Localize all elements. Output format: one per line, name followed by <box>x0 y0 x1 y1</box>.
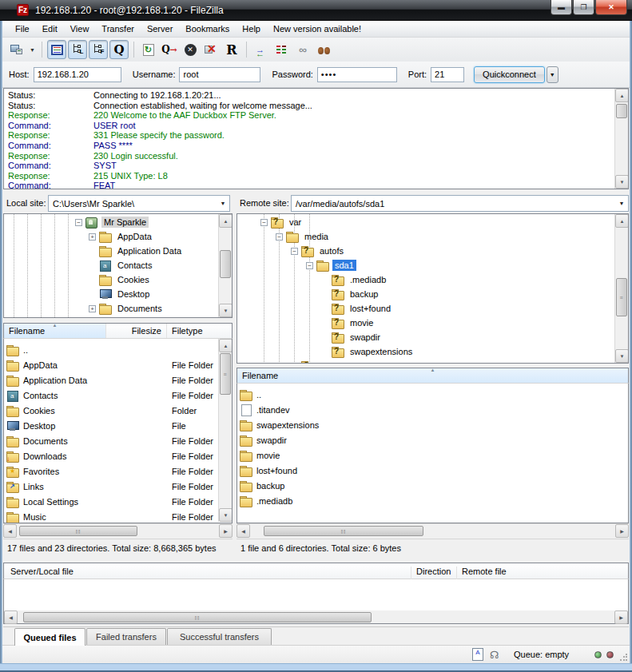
file-row-contacts[interactable]: ContactsFile Folder <box>4 388 232 403</box>
tree-item-label[interactable]: movie <box>348 317 376 328</box>
tree-item-label[interactable]: Downloads <box>115 317 163 318</box>
tree-item-label[interactable]: Documents <box>115 303 165 314</box>
file-row-desktop[interactable]: DesktopFile <box>4 418 232 433</box>
tree-item-label[interactable]: Cookies <box>115 274 152 285</box>
remote-site-combo[interactable]: /var/media/autofs/sda1 ▼ <box>291 195 629 212</box>
new-version-notice[interactable]: New version available! <box>267 22 368 35</box>
tree-item-downloads[interactable]: +↓Downloads <box>4 316 217 318</box>
minimize-button[interactable]: ▬ <box>551 0 572 15</box>
file-row-links[interactable]: ↗LinksFile Folder <box>4 479 232 494</box>
toggle-local-tree-button[interactable]: L <box>68 40 87 59</box>
local-directory-tree[interactable]: ▲ ▼ −Mr Sparkle+AppDataApplication DataC… <box>3 213 233 318</box>
tree-item-dvd[interactable]: ?dvd <box>237 359 614 364</box>
menu-file[interactable]: File <box>9 22 36 35</box>
resize-grip[interactable] <box>619 654 627 662</box>
tab-queued-files[interactable]: Queued files <box>14 628 85 646</box>
log-scrollbar[interactable]: ▲ ▼ <box>614 89 628 189</box>
tree-item-movie[interactable]: ?movie <box>237 316 614 330</box>
file-row-mediadb[interactable]: .mediadb <box>237 493 628 508</box>
remote-file-list[interactable]: ...titandevswapextensionsswapdirmovielos… <box>237 384 629 523</box>
tree-item-label[interactable]: AppData <box>115 231 154 242</box>
expand-icon[interactable]: + <box>89 233 96 241</box>
tree-item-label[interactable]: lost+found <box>348 303 393 314</box>
scroll-right-arrow[interactable]: ▶ <box>219 524 233 538</box>
column-header-filename[interactable]: ▲ Filename <box>237 368 628 383</box>
scroll-up-arrow[interactable]: ▲ <box>615 89 629 102</box>
tree-item-label[interactable]: dvd <box>317 360 336 364</box>
column-header-direction[interactable]: Direction <box>416 567 451 576</box>
file-row-backup[interactable]: backup <box>237 478 628 493</box>
expand-icon[interactable]: + <box>89 305 96 312</box>
host-input[interactable] <box>34 67 121 82</box>
log-scroll-thumb[interactable] <box>616 104 627 118</box>
toggle-remote-tree-button[interactable]: F <box>89 40 108 59</box>
collapse-icon[interactable]: − <box>291 248 298 255</box>
disconnect-button[interactable]: ✕ <box>201 40 221 59</box>
collapse-icon[interactable]: − <box>306 262 313 269</box>
collapse-icon[interactable]: − <box>75 219 82 226</box>
menu-view[interactable]: View <box>64 22 96 35</box>
scroll-right-arrow[interactable]: ▶ <box>614 610 628 624</box>
tree-item-label[interactable]: .mediadb <box>348 274 388 285</box>
file-row-documents[interactable]: DocumentsFile Folder <box>4 433 232 448</box>
file-row-swapdir[interactable]: swapdir <box>237 432 628 447</box>
file-row-item[interactable]: .. <box>4 342 232 357</box>
synchronized-browsing-button[interactable]: ∞ <box>293 40 312 59</box>
tree-item-autofs[interactable]: −?autofs <box>237 244 614 258</box>
local-tree-scroll-thumb[interactable] <box>220 250 231 278</box>
reconnect-button[interactable]: R <box>222 40 241 59</box>
column-header-filetype[interactable]: Filetype <box>167 324 232 338</box>
cancel-button[interactable]: ✕ <box>181 40 200 59</box>
file-row-downloads[interactable]: ↓DownloadsFile Folder <box>4 448 232 463</box>
file-row-local-settings[interactable]: Local SettingsFile Folder <box>4 494 232 509</box>
tree-item-label[interactable]: var <box>287 217 304 228</box>
column-header-filesize[interactable]: Filesize <box>106 324 167 338</box>
column-header-server-local-file[interactable]: Server/Local file <box>10 567 74 576</box>
transfer-queue-list[interactable] <box>3 579 629 610</box>
remote-list-hscrollbar[interactable]: ◀ ⫾⫾ ▶ <box>237 523 629 537</box>
scroll-right-arrow[interactable]: ▶ <box>615 524 629 538</box>
file-row-lost-found[interactable]: lost+found <box>237 463 628 478</box>
tree-item-backup[interactable]: ?backup <box>237 287 614 301</box>
menu-transfer[interactable]: Transfer <box>95 22 141 35</box>
remote-tree-scroll-thumb[interactable]: ≡ <box>616 278 627 316</box>
tree-item-label[interactable]: swapdir <box>348 332 383 343</box>
quickconnect-dropdown[interactable]: ▼ <box>547 66 558 83</box>
collapse-icon[interactable]: − <box>276 233 283 241</box>
file-row-appdata[interactable]: AppDataFile Folder <box>4 357 232 372</box>
tree-item-documents[interactable]: +Documents <box>4 301 217 316</box>
tree-item-label[interactable]: Desktop <box>115 288 152 300</box>
tree-item-swapdir[interactable]: ?swapdir <box>237 330 614 344</box>
remote-hscroll-thumb[interactable]: ⫾⫾ <box>264 526 423 536</box>
tree-item-label[interactable]: Contacts <box>115 260 154 271</box>
column-header-filename[interactable]: ▲ Filename <box>4 324 106 338</box>
port-input[interactable] <box>431 67 464 82</box>
tree-item-label[interactable]: swapextensions <box>348 346 415 357</box>
tree-item-label[interactable]: backup <box>348 288 380 300</box>
transfer-type-icon[interactable]: A <box>472 648 483 661</box>
file-row-item[interactable]: .. <box>237 387 628 402</box>
scroll-up-arrow[interactable]: ▲ <box>615 214 629 228</box>
scroll-down-arrow[interactable]: ▼ <box>615 349 629 363</box>
menu-server[interactable]: Server <box>141 22 179 35</box>
tab-failed-transfers[interactable]: Failed transfers <box>86 628 166 645</box>
scroll-down-arrow[interactable]: ▼ <box>219 304 233 317</box>
find-files-button[interactable] <box>314 40 333 59</box>
queue-hscrollbar[interactable]: ◀ ⫾⫾ ▶ <box>3 610 629 624</box>
menu-edit[interactable]: Edit <box>36 22 64 35</box>
close-button[interactable]: ✕ <box>595 0 627 15</box>
menu-help[interactable]: Help <box>236 22 267 35</box>
speed-limit-icon[interactable]: ☊ <box>490 649 499 661</box>
tree-item-label[interactable]: autofs <box>317 245 346 256</box>
tree-item-sda1[interactable]: −sda1 <box>237 258 614 272</box>
tree-item-label[interactable]: media <box>302 231 331 242</box>
local-list-hscrollbar[interactable]: ◀ ⫾⫾ ▶ <box>3 523 233 537</box>
tree-item-contacts[interactable]: Contacts <box>4 258 217 272</box>
tree-item-desktop[interactable]: Desktop <box>4 287 217 301</box>
password-input[interactable] <box>317 67 397 82</box>
scroll-left-arrow[interactable]: ◀ <box>4 610 18 624</box>
tree-item-label[interactable]: sda1 <box>332 260 356 271</box>
column-header-remote-file[interactable]: Remote file <box>462 567 507 576</box>
scroll-up-arrow[interactable]: ▲ <box>219 214 233 228</box>
scroll-down-arrow[interactable]: ▼ <box>615 175 629 189</box>
